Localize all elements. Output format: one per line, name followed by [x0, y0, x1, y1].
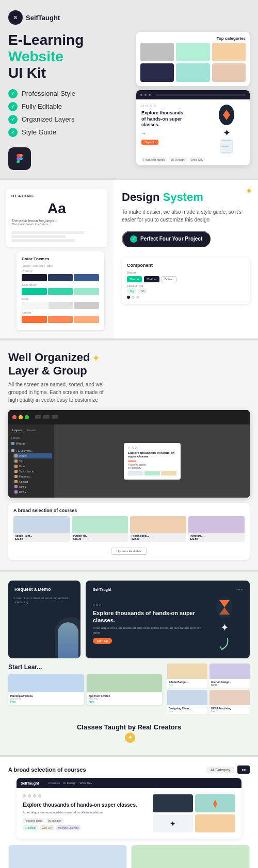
nav-dot [149, 94, 151, 96]
course-thumbnail [167, 690, 207, 705]
demo-hero-main: Explore thousands of hands-on super clas… [93, 597, 243, 651]
check-icon [8, 89, 18, 98]
cat-thumb [140, 43, 174, 61]
nav-dot [140, 94, 142, 96]
layer-item-active[interactable]: Parent [13, 453, 52, 458]
frame-icon [14, 475, 18, 478]
component-dots [127, 296, 245, 299]
layer-item[interactable]: Featured... [13, 474, 52, 479]
brand-logo: S [8, 10, 23, 25]
layer-item[interactable]: Hero [13, 464, 52, 469]
category-tags: UI Design Web Dev Machine Learning [23, 825, 148, 830]
layer-item[interactable]: Row 2 [13, 489, 52, 495]
feat-tag: by category [46, 818, 63, 823]
component-btn-dark: Button [144, 276, 159, 282]
showcase-course-card: Adobe Bariger... Free [167, 663, 207, 688]
feat-tag: Web Dev [189, 157, 206, 162]
assets-tab[interactable]: Assets [25, 428, 38, 433]
card-info: App from Scratch Page Price Free [87, 692, 163, 705]
figma-badge [8, 147, 31, 170]
emoji-icon: ✦ [125, 733, 135, 743]
layer-item[interactable]: Top [13, 458, 52, 464]
demo-section: Request a Demo Lorem ipsum dolor sit ame… [0, 572, 258, 755]
course-info: Furniture... $22.50 [188, 533, 245, 542]
check-icon [8, 115, 18, 124]
showcase-course-card: UX/UI Practising Free [209, 690, 250, 714]
demo-hero-btn[interactable]: Sign Up [93, 638, 112, 644]
mockup-left: Explore thousands of hands-on super clas… [23, 794, 148, 832]
check-icon [8, 102, 18, 111]
course-info: Interior Design... $30.00 [209, 679, 250, 688]
cat-thumb [212, 63, 246, 82]
component-btn-primary: Button [127, 276, 142, 282]
card-thumbnail [8, 674, 84, 692]
demo-decorations: ✦ [206, 597, 243, 651]
cat-thumb [140, 63, 174, 82]
start-cards-grid: Painting of Videos Jayne Price Free App … [8, 674, 162, 705]
organized-description: All the screen are named, sorted, and we… [8, 381, 111, 404]
all-courses-grid: How to Paint From Beginner to Master - P… [8, 845, 250, 868]
start-learning-title: Start Lear... [8, 663, 162, 671]
hero-right-mockups: Top categories [136, 32, 250, 165]
hourglass-shape [216, 597, 233, 618]
nav-links: Courses UI Design Web Dev [49, 781, 92, 785]
design-system-section: HEADING Aa The quick brown fox jumps... … [0, 180, 258, 338]
canvas-preview: Explore thousands of hands-on super clas… [124, 443, 181, 480]
layer-item[interactable]: Contact [13, 479, 52, 484]
cat-thumb [176, 63, 209, 82]
window-expand-dot [25, 415, 29, 419]
demo-hero-text: Explore thousands of hands-on super clas… [93, 609, 201, 624]
update-available-btn[interactable]: Updates Available [111, 548, 147, 555]
showcase-course-cards-right: Adobe Bariger... Free Interior Design...… [167, 663, 250, 714]
mockup-hero-text: Explore thousandsof hands-on superclasse… [141, 110, 205, 128]
mockup-body: Explore thousandsof hands-on superclasse… [136, 99, 250, 165]
course-card: Professional... $22.50 [130, 516, 186, 542]
course-card: Furniture... $22.50 [188, 516, 245, 542]
request-demo-card: Request a Demo Lorem ipsum dolor sit ame… [8, 581, 80, 658]
design-system-subtitle: To make it easier, we also made a style … [122, 208, 250, 224]
course-info: Python for... $18.30 [72, 533, 128, 542]
feature-item: Style Guide [8, 128, 131, 137]
figma-mockup: Layers Assets Pages Website ↓ E-Learning… [8, 410, 250, 498]
star-shape: ✦ [220, 621, 229, 634]
courses-mockup-card: SelfTaught Courses UI Design Web Dev Exp… [17, 778, 241, 839]
card-info: Painting of Videos Jayne Price Free [8, 692, 84, 705]
organized-section: Well Organized✦Layer & Group All the scr… [0, 341, 258, 571]
accent-swatches [22, 316, 99, 323]
hero-mockup-dark: SelfTaught Explore thousand [86, 581, 250, 658]
demo-hero-sub: Amet aliqua sint eum incididunt amet dui… [93, 626, 201, 635]
design-right-panel: ✦ Design System To make it easier, we al… [114, 180, 258, 338]
course-card: Adobe Paint... $22.50 [13, 516, 70, 542]
mockup-image-grid: ⧫ ✦ [153, 794, 235, 832]
demo-nav-dots [236, 589, 243, 590]
course-thumbnail [72, 516, 128, 533]
course-thumbnail [9, 845, 126, 868]
course-info: Designing Clean... Free [167, 705, 207, 714]
course-grid: Adobe Paint... $22.50 Python for... $18.… [13, 516, 245, 542]
color-row-label: Primary [22, 269, 99, 273]
filter-btn[interactable] [237, 765, 250, 774]
layer-item[interactable]: Topics by cat... [13, 469, 52, 474]
feat-tag: UI Design [169, 157, 186, 162]
color-row-label: Base [22, 297, 99, 300]
all-category-btn[interactable]: All Category [206, 767, 234, 773]
layers-tab[interactable]: Layers [10, 428, 24, 433]
course-info: Adobe Paint... $22.50 [13, 533, 70, 542]
component-card-title: Component [127, 263, 245, 268]
cat-thumb [176, 43, 209, 61]
group-icon [14, 485, 18, 488]
course-thumbnail [167, 663, 207, 679]
layer-item[interactable]: Website [10, 441, 52, 446]
typography-heading: HEADING [11, 194, 102, 198]
circle-dot [28, 794, 31, 797]
grid-item: ✦ [153, 814, 193, 832]
courses-main-title: A broad selection of courses [8, 767, 86, 773]
design-system-cta[interactable]: Perfect Four Your Project [122, 231, 211, 247]
course-thumbnail [13, 516, 70, 533]
nav-dot [236, 589, 237, 590]
feat-tag: Featured topics [141, 157, 167, 162]
layer-item[interactable]: Row 1 [13, 484, 52, 489]
start-card: Painting of Videos Jayne Price Free [8, 674, 84, 705]
window-close-dot [12, 415, 17, 419]
course-card: Python for... $18.30 [72, 516, 128, 542]
